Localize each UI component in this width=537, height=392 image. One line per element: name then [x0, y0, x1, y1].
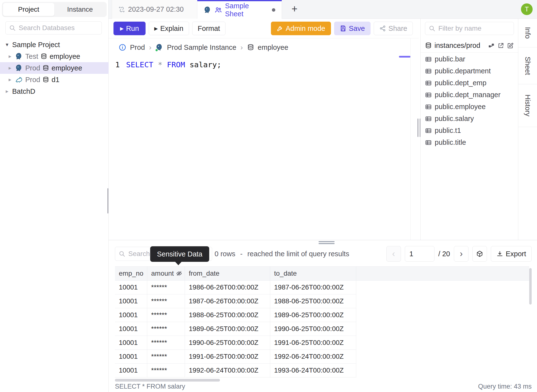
sql-keyword: SELECT [126, 60, 153, 69]
table-list-item[interactable]: public.salary [421, 113, 518, 125]
unsaved-dot-icon [272, 8, 275, 12]
table-list-item[interactable]: public.title [421, 136, 518, 148]
postgres-icon [156, 43, 163, 51]
results-summary: 0 rows - reached the limit of query resu… [215, 250, 349, 258]
database-search [5, 21, 102, 34]
cell-masked: ****** [147, 308, 185, 322]
save-icon [340, 25, 346, 32]
table-name: public.t1 [435, 127, 461, 135]
tab-instance[interactable]: Instance [54, 3, 106, 16]
share-button[interactable]: Share [374, 22, 413, 35]
table-row[interactable]: 10001 ****** 1990-06-25T00:00:00Z 1991-0… [115, 336, 529, 350]
filter-by-name-input[interactable] [438, 25, 510, 32]
table-row[interactable]: 10001 ****** 1991-06-25T00:00:00Z 1992-0… [115, 350, 529, 364]
table-row[interactable]: 10001 ****** 1988-06-25T00:00:00Z 1989-0… [115, 308, 529, 322]
tab-info[interactable]: Info [518, 19, 537, 47]
environment-label: Prod [25, 76, 40, 84]
breadcrumb-instance[interactable]: Prod Sample Instance [167, 43, 236, 51]
explain-button[interactable]: ▶ Explain [149, 22, 189, 35]
edit-icon[interactable] [507, 42, 514, 49]
cell: 10001 [115, 336, 147, 350]
tab-history[interactable]: History [518, 84, 537, 127]
save-button[interactable]: Save [334, 22, 371, 35]
export-button[interactable]: Export [491, 246, 532, 262]
table-list-item[interactable]: public.dept_manager [421, 89, 518, 101]
code-editor[interactable]: 1 SELECT * FROM salary; [109, 60, 419, 69]
postgres-icon [204, 6, 211, 14]
external-link-icon[interactable] [497, 42, 504, 49]
wrench-icon [277, 25, 283, 32]
table-icon [425, 80, 432, 86]
export-label: Export [506, 250, 526, 258]
eye-off-icon[interactable] [176, 270, 182, 277]
breadcrumb-environment[interactable]: Prod [130, 43, 145, 51]
tab-sheet[interactable]: Sheet [518, 47, 537, 84]
results-resize-handle[interactable] [319, 241, 335, 244]
admin-mode-button[interactable]: Admin mode [271, 22, 331, 35]
row-count: 0 rows [215, 250, 235, 258]
tree-node-prod-employee[interactable]: ▸ Prod employee [0, 62, 109, 74]
table-icon [425, 139, 432, 146]
cube-view-button[interactable] [472, 246, 487, 262]
breadcrumb-database[interactable]: employee [258, 43, 288, 51]
page-total: / 20 [438, 250, 450, 258]
info-icon[interactable] [119, 43, 126, 51]
table-row[interactable]: 10001 ****** 1992-06-24T00:00:00Z 1993-0… [115, 364, 529, 377]
page-number-input[interactable] [405, 246, 434, 262]
database-label: employee [52, 64, 82, 72]
cell: 1986-06-26T00:00:00Z [185, 281, 270, 294]
table-row[interactable]: 10001 ****** 1987-06-26T00:00:00Z 1988-0… [115, 294, 529, 308]
format-label: Format [198, 25, 220, 33]
column-header[interactable]: emp_no [115, 267, 147, 280]
shared-users-icon [214, 6, 222, 14]
postgres-icon [15, 64, 23, 72]
save-label: Save [349, 25, 365, 33]
search-databases-input[interactable] [19, 24, 98, 32]
cell: 1988-06-25T00:00:00Z [270, 294, 356, 308]
table-list-item[interactable]: public.employee [421, 101, 518, 113]
schema-diagram-icon[interactable] [488, 42, 495, 49]
database-label: d1 [52, 76, 59, 84]
tooltip-label: Sensitive Data [157, 250, 202, 258]
caret-right-icon: ▸ [4, 88, 10, 94]
table-list-item[interactable]: public.dept_emp [421, 77, 518, 89]
run-button[interactable]: ▶ Run [113, 22, 146, 35]
vertical-scrollbar[interactable] [529, 268, 532, 305]
table-row[interactable]: 10001 ****** 1986-06-26T00:00:00Z 1987-0… [115, 281, 529, 294]
tree-node-test-employee[interactable]: ▸ Test employee [0, 51, 109, 62]
column-header-masked[interactable]: amount [147, 267, 185, 280]
column-header[interactable]: to_date [270, 267, 356, 280]
database-icon [43, 65, 49, 71]
format-button[interactable]: Format [192, 22, 226, 35]
tree-node-prod-d1[interactable]: ▸ Prod d1 [0, 74, 109, 85]
sidebar-mode-toggle: Project Instance [2, 2, 107, 17]
sensitive-data-tooltip: Sensitive Data [150, 246, 209, 262]
project-label: BatchD [12, 87, 35, 95]
column-header[interactable]: from_date [185, 267, 270, 280]
summary-dash: - [240, 250, 243, 258]
new-tab-button[interactable]: + [288, 2, 301, 16]
chevron-right-icon: › [148, 43, 152, 51]
tooltip-arrow [175, 262, 182, 265]
tab-unsaved-sheet[interactable]: 2023-09-27 02:30 [112, 0, 197, 19]
table-list-item[interactable]: public.bar [421, 53, 518, 65]
share-icon [379, 25, 386, 32]
tab-project[interactable]: Project [3, 3, 54, 16]
cell: 10001 [115, 350, 147, 364]
database-label: employee [50, 52, 80, 60]
query-results-panel: 0 rows - reached the limit of query resu… [109, 240, 537, 392]
avatar[interactable]: T [521, 3, 533, 15]
next-page-button[interactable]: › [454, 246, 468, 262]
cell: 10001 [115, 281, 147, 294]
sql-editor-app: Project Instance ▾ Sample Project ▸ Test [0, 0, 537, 392]
caret-right-icon: ▸ [7, 65, 13, 71]
tab-sample-sheet[interactable]: Sample Sheet [197, 0, 282, 19]
tree-node-sample-project[interactable]: ▾ Sample Project [0, 39, 109, 51]
tree-node-batchd[interactable]: ▸ BatchD [0, 85, 109, 97]
caret-right-icon: ▸ [7, 77, 13, 83]
results-grid: emp_no amount from_date to_date 10001 **… [115, 266, 529, 377]
prev-page-button[interactable]: ‹ [386, 246, 401, 262]
table-list-item[interactable]: public.department [421, 65, 518, 77]
table-row[interactable]: 10001 ****** 1989-06-25T00:00:00Z 1990-0… [115, 322, 529, 336]
table-list-item[interactable]: public.t1 [421, 125, 518, 136]
